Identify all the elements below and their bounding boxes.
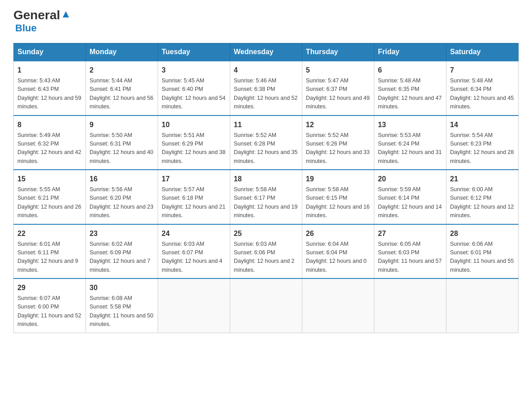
calendar-cell xyxy=(158,278,230,333)
day-number: 4 xyxy=(234,65,298,76)
day-info: Sunrise: 5:53 AMSunset: 6:24 PMDaylight:… xyxy=(378,131,442,166)
day-info: Sunrise: 6:02 AMSunset: 6:09 PMDaylight:… xyxy=(90,240,154,275)
day-info: Sunrise: 6:03 AMSunset: 6:07 PMDaylight:… xyxy=(162,240,226,275)
page-header: General Blue xyxy=(13,9,519,34)
day-info: Sunrise: 6:01 AMSunset: 6:11 PMDaylight:… xyxy=(17,240,82,275)
day-number: 23 xyxy=(90,228,154,239)
calendar-cell: 3Sunrise: 5:45 AMSunset: 6:40 PMDaylight… xyxy=(158,61,230,116)
logo: General Blue xyxy=(13,9,71,34)
day-info: Sunrise: 5:56 AMSunset: 6:20 PMDaylight:… xyxy=(90,185,154,220)
calendar-cell: 5Sunrise: 5:47 AMSunset: 6:37 PMDaylight… xyxy=(302,61,374,116)
calendar-day-header: Wednesday xyxy=(230,43,302,61)
calendar-cell: 2Sunrise: 5:44 AMSunset: 6:41 PMDaylight… xyxy=(86,61,158,116)
calendar-cell xyxy=(302,278,374,333)
day-number: 5 xyxy=(306,65,370,76)
calendar-cell: 17Sunrise: 5:57 AMSunset: 6:18 PMDayligh… xyxy=(158,170,230,224)
calendar-week-row: 22Sunrise: 6:01 AMSunset: 6:11 PMDayligh… xyxy=(14,224,519,279)
day-info: Sunrise: 5:47 AMSunset: 6:37 PMDaylight:… xyxy=(306,77,370,111)
day-info: Sunrise: 6:06 AMSunset: 6:01 PMDaylight:… xyxy=(450,240,515,275)
calendar-week-row: 8Sunrise: 5:49 AMSunset: 6:32 PMDaylight… xyxy=(14,116,519,170)
day-info: Sunrise: 5:43 AMSunset: 6:43 PMDaylight:… xyxy=(17,77,82,111)
day-info: Sunrise: 5:57 AMSunset: 6:18 PMDaylight:… xyxy=(162,185,226,220)
calendar-cell: 10Sunrise: 5:51 AMSunset: 6:29 PMDayligh… xyxy=(158,116,230,170)
calendar-day-header: Sunday xyxy=(14,43,86,61)
day-number: 29 xyxy=(17,283,82,293)
calendar-day-header: Thursday xyxy=(302,43,374,61)
calendar-day-header: Tuesday xyxy=(158,43,230,61)
day-number: 15 xyxy=(17,174,82,184)
day-number: 2 xyxy=(90,65,154,76)
calendar-cell: 19Sunrise: 5:58 AMSunset: 6:15 PMDayligh… xyxy=(302,170,374,224)
day-info: Sunrise: 6:00 AMSunset: 6:12 PMDaylight:… xyxy=(450,185,515,220)
day-info: Sunrise: 5:44 AMSunset: 6:41 PMDaylight:… xyxy=(90,77,154,111)
day-number: 6 xyxy=(378,65,442,76)
logo-triangle-icon xyxy=(61,9,71,19)
calendar-cell: 15Sunrise: 5:55 AMSunset: 6:21 PMDayligh… xyxy=(14,170,86,224)
day-info: Sunrise: 6:07 AMSunset: 6:00 PMDaylight:… xyxy=(17,294,82,329)
calendar-week-row: 1Sunrise: 5:43 AMSunset: 6:43 PMDaylight… xyxy=(14,61,519,116)
day-number: 3 xyxy=(162,65,226,76)
day-number: 20 xyxy=(378,174,442,184)
calendar-table: SundayMondayTuesdayWednesdayThursdayFrid… xyxy=(13,43,519,333)
calendar-cell: 22Sunrise: 6:01 AMSunset: 6:11 PMDayligh… xyxy=(14,224,86,279)
day-number: 7 xyxy=(450,65,515,76)
day-info: Sunrise: 5:51 AMSunset: 6:29 PMDaylight:… xyxy=(162,131,226,166)
day-info: Sunrise: 5:58 AMSunset: 6:17 PMDaylight:… xyxy=(234,185,298,220)
calendar-cell: 23Sunrise: 6:02 AMSunset: 6:09 PMDayligh… xyxy=(86,224,158,279)
day-number: 16 xyxy=(90,174,154,184)
day-info: Sunrise: 5:48 AMSunset: 6:35 PMDaylight:… xyxy=(378,77,442,111)
calendar-day-header: Monday xyxy=(86,43,158,61)
calendar-header-row: SundayMondayTuesdayWednesdayThursdayFrid… xyxy=(14,43,519,61)
calendar-cell: 12Sunrise: 5:52 AMSunset: 6:26 PMDayligh… xyxy=(302,116,374,170)
day-info: Sunrise: 6:04 AMSunset: 6:04 PMDaylight:… xyxy=(306,240,370,275)
calendar-cell: 26Sunrise: 6:04 AMSunset: 6:04 PMDayligh… xyxy=(302,224,374,279)
day-info: Sunrise: 5:54 AMSunset: 6:23 PMDaylight:… xyxy=(450,131,515,166)
day-number: 1 xyxy=(17,65,82,76)
day-number: 12 xyxy=(306,120,370,130)
calendar-cell: 21Sunrise: 6:00 AMSunset: 6:12 PMDayligh… xyxy=(446,170,519,224)
calendar-cell: 16Sunrise: 5:56 AMSunset: 6:20 PMDayligh… xyxy=(86,170,158,224)
day-info: Sunrise: 5:52 AMSunset: 6:26 PMDaylight:… xyxy=(306,131,370,166)
calendar-cell: 30Sunrise: 6:08 AMSunset: 5:58 PMDayligh… xyxy=(86,278,158,333)
day-info: Sunrise: 5:52 AMSunset: 6:28 PMDaylight:… xyxy=(234,131,298,166)
day-info: Sunrise: 5:46 AMSunset: 6:38 PMDaylight:… xyxy=(234,77,298,111)
logo-text-general: General xyxy=(13,9,60,21)
day-info: Sunrise: 5:55 AMSunset: 6:21 PMDaylight:… xyxy=(17,185,82,220)
day-number: 18 xyxy=(234,174,298,184)
day-number: 25 xyxy=(234,228,298,239)
day-number: 11 xyxy=(234,120,298,130)
calendar-day-header: Friday xyxy=(374,43,446,61)
day-info: Sunrise: 6:05 AMSunset: 6:03 PMDaylight:… xyxy=(378,240,442,275)
calendar-week-row: 29Sunrise: 6:07 AMSunset: 6:00 PMDayligh… xyxy=(14,278,519,333)
day-info: Sunrise: 5:50 AMSunset: 6:31 PMDaylight:… xyxy=(90,131,154,166)
logo-text-blue: Blue xyxy=(15,22,37,34)
calendar-cell: 8Sunrise: 5:49 AMSunset: 6:32 PMDaylight… xyxy=(14,116,86,170)
calendar-cell: 29Sunrise: 6:07 AMSunset: 6:00 PMDayligh… xyxy=(14,278,86,333)
calendar-cell: 1Sunrise: 5:43 AMSunset: 6:43 PMDaylight… xyxy=(14,61,86,116)
calendar-cell: 20Sunrise: 5:59 AMSunset: 6:14 PMDayligh… xyxy=(374,170,446,224)
calendar-cell xyxy=(374,278,446,333)
day-info: Sunrise: 5:49 AMSunset: 6:32 PMDaylight:… xyxy=(17,131,82,166)
day-number: 22 xyxy=(17,228,82,239)
calendar-cell xyxy=(230,278,302,333)
day-info: Sunrise: 5:59 AMSunset: 6:14 PMDaylight:… xyxy=(378,185,442,220)
calendar-cell: 25Sunrise: 6:03 AMSunset: 6:06 PMDayligh… xyxy=(230,224,302,279)
calendar-cell: 7Sunrise: 5:48 AMSunset: 6:34 PMDaylight… xyxy=(446,61,519,116)
day-number: 27 xyxy=(378,228,442,239)
calendar-cell: 11Sunrise: 5:52 AMSunset: 6:28 PMDayligh… xyxy=(230,116,302,170)
day-number: 14 xyxy=(450,120,515,130)
svg-marker-0 xyxy=(63,11,69,17)
day-number: 28 xyxy=(450,228,515,239)
calendar-cell xyxy=(446,278,519,333)
day-number: 26 xyxy=(306,228,370,239)
day-number: 17 xyxy=(162,174,226,184)
day-number: 8 xyxy=(17,120,82,130)
day-number: 10 xyxy=(162,120,226,130)
day-number: 19 xyxy=(306,174,370,184)
calendar-cell: 28Sunrise: 6:06 AMSunset: 6:01 PMDayligh… xyxy=(446,224,519,279)
day-number: 13 xyxy=(378,120,442,130)
calendar-week-row: 15Sunrise: 5:55 AMSunset: 6:21 PMDayligh… xyxy=(14,170,519,224)
calendar-cell: 6Sunrise: 5:48 AMSunset: 6:35 PMDaylight… xyxy=(374,61,446,116)
calendar-cell: 24Sunrise: 6:03 AMSunset: 6:07 PMDayligh… xyxy=(158,224,230,279)
calendar-cell: 18Sunrise: 5:58 AMSunset: 6:17 PMDayligh… xyxy=(230,170,302,224)
